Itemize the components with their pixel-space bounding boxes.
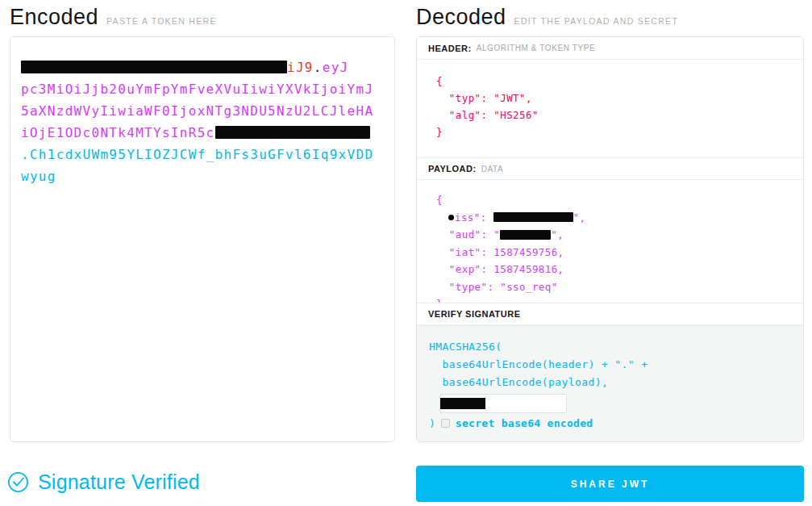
redaction-bar: [493, 212, 573, 222]
payload-section-label: PAYLOAD:: [428, 164, 477, 174]
payload-section-title: PAYLOAD: DATA: [417, 157, 803, 180]
verify-section-title: VERIFY SIGNATURE: [417, 303, 803, 325]
encoded-subtitle: PASTE A TOKEN HERE: [106, 16, 217, 26]
header-json-editor[interactable]: { "typ": "JWT", "alg": "HS256" }: [417, 60, 803, 157]
share-jwt-button[interactable]: SHARE JWT: [416, 466, 804, 502]
token-header-segment: iJ9: [287, 60, 314, 75]
signature-status: Signature Verified: [7, 470, 200, 494]
payload-line-type: "type": "sso_req": [436, 278, 784, 296]
decoded-title-row: Decoded EDIT THE PAYLOAD AND SECRET: [416, 5, 678, 30]
token-line-4: iOjE1ODc0NTk4MTYsInR5c: [21, 122, 384, 144]
verify-section-label: VERIFY SIGNATURE: [428, 309, 521, 319]
base64-checkbox[interactable]: [441, 419, 450, 428]
base64-checkbox-label[interactable]: secret base64 encoded: [456, 417, 593, 429]
aud-suffix: ",: [551, 228, 564, 240]
closing-paren: ): [429, 417, 435, 429]
payload-line-aud: "aud": "",: [436, 226, 784, 244]
token-line-3: 5aXNzdWVyIiwiaWF0IjoxNTg3NDU5NzU2LCJleHA: [21, 100, 384, 122]
redaction-bar: [440, 398, 485, 409]
aud-key: "aud": ": [436, 228, 500, 240]
signature-status-text: Signature Verified: [38, 470, 200, 494]
verify-encode-payload-line: base64UrlEncode(payload),: [429, 374, 787, 391]
payload-section-sublabel: DATA: [481, 165, 504, 174]
token-line-5: .Ch1cdxUWm95YLIOZJCWf_bhFs3uGFvl6Iq9xVDD: [21, 144, 384, 165]
payload-line-iss: iss": ",: [436, 209, 784, 227]
verified-check-icon: [7, 471, 29, 493]
decoded-title: Decoded: [416, 5, 506, 30]
encoded-title: Encoded: [10, 5, 98, 30]
decoded-panel: HEADER: ALGORITHM & TOKEN TYPE { "typ": …: [416, 36, 804, 442]
iss-suffix: ",: [573, 211, 586, 224]
token-line-1: iJ9.eyJ: [21, 56, 384, 78]
token-line-6: wyug: [21, 165, 384, 187]
redaction-bar: [500, 230, 551, 240]
verify-encode-header-line: base64UrlEncode(header) + "." +: [429, 356, 787, 374]
token-payload-segment: eyJ: [323, 60, 349, 75]
encoded-token-editor[interactable]: iJ9.eyJ pc3MiOiJjb20uYmFpYmFveXVuIiwiYXV…: [10, 36, 395, 442]
secret-input-wrap: [439, 394, 567, 413]
header-section-label: HEADER:: [428, 44, 472, 53]
encoded-title-row: Encoded PASTE A TOKEN HERE: [10, 5, 217, 30]
verify-algo-line: HMACSHA256(: [429, 338, 787, 356]
token-payload-segment: iOjE1ODc0NTk4MTYsInR5c: [21, 125, 215, 140]
payload-line-open: {: [436, 191, 784, 209]
redaction-bar: [215, 126, 370, 139]
redaction-dot: [448, 215, 454, 220]
redaction-bar: [21, 61, 287, 73]
header-section-title: HEADER: ALGORITHM & TOKEN TYPE: [417, 37, 803, 60]
header-section-sublabel: ALGORITHM & TOKEN TYPE: [477, 44, 596, 52]
token-separator: .: [314, 60, 323, 75]
decoded-subtitle: EDIT THE PAYLOAD AND SECRET: [514, 16, 679, 26]
payload-json-editor[interactable]: { iss": ", "aud": "", "iat": 1587459756,…: [417, 180, 803, 303]
iss-key: iss":: [455, 211, 493, 224]
payload-line-exp: "exp": 1587459816,: [436, 261, 784, 278]
payload-line-iat: "iat": 1587459756,: [436, 244, 784, 261]
verify-signature-area: HMACSHA256( base64UrlEncode(header) + ".…: [417, 325, 803, 441]
verify-footer-row: ) secret base64 encoded: [429, 417, 787, 429]
token-line-2: pc3MiOiJjb20uYmFpYmFveXVuIiwiYXVkIjoiYmJ: [21, 78, 384, 100]
